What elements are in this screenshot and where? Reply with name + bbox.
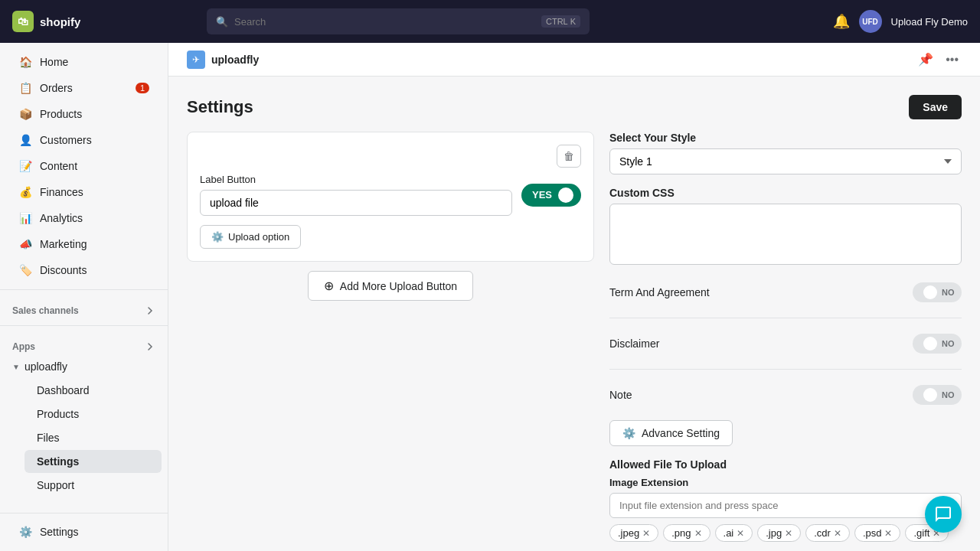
- ext-tag-remove-png[interactable]: ✕: [694, 528, 702, 539]
- ext-tag-label: .png: [671, 527, 691, 539]
- sidebar-section-apps: Apps: [0, 332, 168, 355]
- files-label: Files: [37, 432, 60, 444]
- gear-icon: ⚙️: [211, 231, 224, 243]
- ext-tag-remove-jpg[interactable]: ✕: [785, 528, 792, 539]
- topnav-right: 🔔 UFD Upload Fly Demo: [833, 10, 968, 33]
- save-button[interactable]: Save: [909, 95, 962, 119]
- advance-gear-icon: ⚙️: [622, 427, 635, 439]
- notification-bell-icon[interactable]: 🔔: [833, 13, 850, 30]
- customers-icon: 👤: [18, 133, 32, 147]
- sidebar-divider-bottom: [0, 513, 168, 514]
- custom-css-input[interactable]: [609, 204, 962, 265]
- sidebar-item-settings-bottom[interactable]: ⚙️ Settings: [6, 520, 162, 544]
- label-button-label: Label Button: [200, 174, 512, 185]
- plus-circle-icon: ⊕: [324, 279, 334, 293]
- note-toggle-row: Note NO: [609, 382, 962, 408]
- sidebar-section-sales: Sales channels: [0, 296, 168, 319]
- settings-bottom-label: Settings: [40, 526, 79, 538]
- upload-option-button[interactable]: ⚙️ Upload option: [200, 225, 301, 249]
- image-ext-label: Image Extension: [609, 477, 962, 488]
- chat-fab-button[interactable]: [925, 496, 962, 533]
- sidebar-item-settings-sub[interactable]: Settings: [24, 450, 162, 473]
- ext-tag-label: .jpeg: [618, 527, 639, 539]
- delete-button[interactable]: 🗑: [557, 145, 581, 168]
- sidebar-item-label: Finances: [40, 186, 83, 198]
- support-label: Support: [37, 479, 74, 491]
- pin-button[interactable]: 📌: [915, 49, 936, 70]
- file-extension-section: Allowed File To Upload Image Extension .…: [609, 458, 962, 542]
- ext-tag-remove-ai[interactable]: ✕: [737, 528, 744, 539]
- toggle-no-label-2: NO: [942, 339, 955, 348]
- sidebar-item-dashboard[interactable]: Dashboard: [24, 379, 162, 402]
- sidebar-bottom: ⚙️ Settings: [0, 507, 168, 545]
- sales-channels-label: Sales channels: [12, 305, 79, 316]
- image-extension-input[interactable]: [609, 493, 962, 518]
- label-button-input[interactable]: [200, 190, 512, 216]
- term-toggle[interactable]: NO: [913, 282, 962, 302]
- app-header-left: ✈ uploadfly: [187, 51, 259, 69]
- avatar[interactable]: UFD: [859, 10, 882, 33]
- search-bar[interactable]: 🔍 CTRL K: [207, 8, 590, 34]
- add-more-label: Add More Upload Button: [340, 280, 457, 292]
- chevron-right-icon-apps: [145, 341, 155, 352]
- advance-setting-button[interactable]: ⚙️ Advance Setting: [609, 420, 733, 446]
- sidebar-item-label: Analytics: [40, 212, 83, 224]
- sidebar-item-discounts[interactable]: 🏷️ Discounts: [6, 258, 162, 282]
- sidebar-item-products-sub[interactable]: Products: [24, 403, 162, 425]
- page-title: Settings: [187, 97, 253, 117]
- sidebar-item-marketing[interactable]: 📣 Marketing: [6, 232, 162, 256]
- upload-option-row: ⚙️ Upload option: [200, 225, 581, 249]
- sidebar-item-content[interactable]: 📝 Content: [6, 154, 162, 178]
- ext-tag-label: .cdr: [814, 527, 831, 539]
- shopify-bag-icon: 🛍: [12, 11, 34, 32]
- ext-tag-remove-cdr[interactable]: ✕: [834, 528, 841, 539]
- ext-tag-remove-jpeg[interactable]: ✕: [642, 528, 650, 539]
- products-sub-label: Products: [37, 408, 79, 420]
- upload-option-label: Upload option: [228, 231, 289, 243]
- shopify-logo[interactable]: 🛍 shopify: [12, 11, 80, 32]
- orders-badge: 1: [136, 83, 149, 93]
- sidebar-item-home[interactable]: 🏠 Home: [6, 50, 162, 74]
- disclaimer-toggle[interactable]: NO: [913, 334, 962, 354]
- style-select[interactable]: Style 1 Style 2 Style 3: [609, 148, 962, 174]
- username-label: Upload Fly Demo: [891, 16, 968, 28]
- collapse-icon: ▼: [12, 363, 20, 371]
- ext-tag-jpg: .jpg ✕: [757, 524, 801, 542]
- yes-toggle-label: YES: [532, 189, 552, 201]
- sidebar: 🏠 Home 📋 Orders 1 📦 Products 👤 Customers…: [0, 43, 168, 551]
- orders-icon: 📋: [18, 81, 32, 95]
- disclaimer-toggle-row: Disclaimer NO: [609, 331, 962, 357]
- add-more-row: ⊕ Add More Upload Button: [187, 271, 594, 301]
- sidebar-item-analytics[interactable]: 📊 Analytics: [6, 206, 162, 230]
- sidebar-item-orders[interactable]: 📋 Orders 1: [6, 76, 162, 100]
- sidebar-item-label: Content: [40, 160, 77, 172]
- more-button[interactable]: •••: [942, 49, 962, 70]
- settings-layout: 🗑 Label Button YES: [187, 132, 962, 542]
- term-toggle-row: Term And Agreement NO: [609, 279, 962, 305]
- main-content: ✈ uploadfly 📌 ••• Settings Save �: [168, 43, 980, 551]
- app-header-right: 📌 •••: [915, 49, 962, 70]
- add-more-upload-button[interactable]: ⊕ Add More Upload Button: [308, 271, 473, 301]
- ext-tag-label: .jpg: [766, 527, 782, 539]
- yes-toggle[interactable]: YES: [521, 184, 581, 207]
- settings-right-panel: Select Your Style Style 1 Style 2 Style …: [609, 132, 962, 542]
- settings-sub-label: Settings: [37, 455, 79, 468]
- page-title-row: Settings Save: [187, 95, 962, 119]
- sidebar-item-products[interactable]: 📦 Products: [6, 102, 162, 126]
- app-header-bar: ✈ uploadfly 📌 •••: [168, 43, 980, 77]
- term-label: Term And Agreement: [609, 286, 710, 298]
- settings-left-panel: 🗑 Label Button YES: [187, 132, 594, 542]
- sidebar-item-finances[interactable]: 💰 Finances: [6, 180, 162, 204]
- sidebar-item-customers[interactable]: 👤 Customers: [6, 128, 162, 152]
- ext-tag-label: .psd: [863, 527, 882, 539]
- style-section-label: Select Your Style: [609, 132, 962, 144]
- sidebar-item-label: Products: [40, 108, 82, 120]
- note-toggle[interactable]: NO: [913, 385, 962, 405]
- ext-tag-remove-psd[interactable]: ✕: [884, 528, 892, 539]
- app-name-label: uploadfly: [24, 360, 67, 373]
- sidebar-item-support[interactable]: Support: [24, 474, 162, 497]
- app-header-uploadfly[interactable]: ▼ uploadfly: [0, 355, 168, 378]
- sidebar-item-files[interactable]: Files: [24, 426, 162, 449]
- search-input[interactable]: [234, 16, 535, 28]
- toggle-no-knob-3: [923, 388, 937, 402]
